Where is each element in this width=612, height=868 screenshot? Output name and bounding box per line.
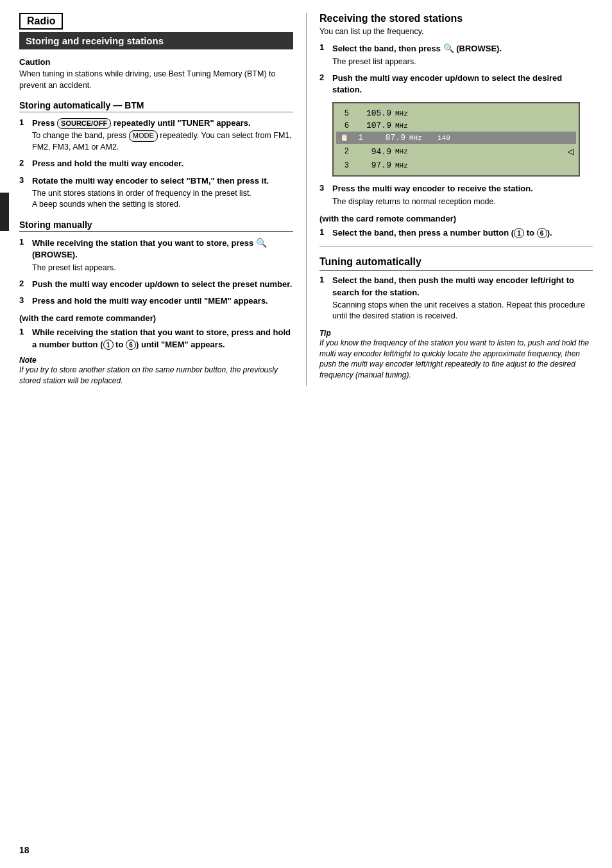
step-title: Push the multi way encoder up/down to se… xyxy=(32,279,293,290)
lcd-row-freq: 97.9 xyxy=(353,161,391,170)
lcd-row-num: 5 xyxy=(339,109,349,118)
list-item: 1 Select the band, then push the multi w… xyxy=(319,275,593,322)
list-item: 2 Press and hold the multi way encoder. xyxy=(19,158,293,169)
list-item: 3 Rotate the multi way encoder to select… xyxy=(19,175,293,211)
step-content: Press and hold the multi way encoder. xyxy=(32,158,293,169)
circle-6: 6 xyxy=(537,228,547,238)
lcd-row-num: 3 xyxy=(339,161,349,170)
storing-manually-section: Storing manually 1 While receiving the s… xyxy=(19,220,293,386)
radio-tag: Radio xyxy=(19,13,63,30)
step-title: Select the band, then press a number but… xyxy=(332,227,593,239)
step-number: 2 xyxy=(19,158,28,168)
list-item: 1 Select the band, then press a number b… xyxy=(319,227,593,239)
note-block: Note If you try to store another station… xyxy=(19,356,293,386)
caution-block: Caution When tuning in stations while dr… xyxy=(19,57,293,91)
step-title: Press SOURCE/OFF repeatedly until "TUNER… xyxy=(32,117,293,129)
receiving-steps-1: 1 Select the band, then press 🔍 (BROWSE)… xyxy=(319,42,593,96)
tip-label: Tip xyxy=(319,329,331,338)
source-off-key: SOURCE/OFF xyxy=(57,118,111,129)
lcd-row-5: 5 105.9 MHz xyxy=(339,107,574,119)
step-content: Press and hold the multi way encoder unt… xyxy=(32,295,293,307)
step-title: Select the band, then push the multi way… xyxy=(332,275,593,298)
black-tab xyxy=(0,193,9,231)
with-card-receiving-list: 1 Select the band, then press a number b… xyxy=(319,227,593,239)
with-card-title: (with the card remote commander) xyxy=(19,313,293,323)
step-title: Press and hold the multi way encoder. xyxy=(32,158,293,169)
lcd-row-num: 2 xyxy=(339,147,349,156)
step-content: Press the multi way encoder to receive t… xyxy=(332,183,593,207)
lcd-row-6: 6 107.9 MHz xyxy=(339,119,574,132)
step-detail: The unit stores stations in order of fre… xyxy=(32,188,293,211)
list-item: 3 Press the multi way encoder to receive… xyxy=(319,183,593,207)
step-number: 2 xyxy=(19,279,28,288)
tuning-auto-list: 1 Select the band, then push the multi w… xyxy=(319,275,593,322)
list-item: 2 Push the multi way encoder up/down to … xyxy=(19,279,293,290)
lcd-row-unit: MHz xyxy=(395,148,413,155)
divider xyxy=(319,247,593,247)
lcd-row-num: 6 xyxy=(339,121,349,130)
step-content: Push the multi way encoder up/down to se… xyxy=(32,279,293,290)
circle-1: 1 xyxy=(103,340,114,350)
lcd-row-unit: MHz xyxy=(395,110,413,117)
list-item: 1 While receiving the station that you w… xyxy=(19,237,293,273)
receiving-stored-section: Receiving the stored stations You can li… xyxy=(319,13,593,239)
step-number: 3 xyxy=(19,175,28,185)
step-detail: The preset list appears. xyxy=(32,263,293,274)
with-card-remote-subsection: (with the card remote commander) 1 While… xyxy=(19,313,293,350)
list-item: 1 Select the band, then press 🔍 (BROWSE)… xyxy=(319,42,593,67)
step-content: While receiving the station that you wan… xyxy=(32,237,293,273)
tuning-auto-title: Tuning automatically xyxy=(319,256,593,271)
step-detail: To change the band, press MODE repeatedl… xyxy=(32,130,293,153)
left-column: Radio Storing and receiving stations Cau… xyxy=(19,13,306,386)
lcd-row-3: 3 97.9 MHz xyxy=(339,159,574,171)
receiving-steps-2: 3 Press the multi way encoder to receive… xyxy=(319,183,593,207)
lcd-row-freq: 105.9 xyxy=(353,108,391,118)
receiving-stored-title: Receiving the stored stations xyxy=(319,13,593,24)
circle-6: 6 xyxy=(126,340,136,350)
section-header: Storing and receiving stations xyxy=(19,32,293,49)
step-content: Push the multi way encoder up/down to se… xyxy=(332,73,593,96)
storing-btm-section: Storing automatically — BTM 1 Press SOUR… xyxy=(19,100,293,211)
storing-btm-title: Storing automatically — BTM xyxy=(19,100,293,112)
with-card-remote-receiving: (with the card remote commander) 1 Selec… xyxy=(319,214,593,239)
step-title: While receiving the station that you wan… xyxy=(32,237,293,261)
list-item: 1 Press SOURCE/OFF repeatedly until "TUN… xyxy=(19,117,293,153)
storing-manually-title: Storing manually xyxy=(19,220,293,232)
page-number: 18 xyxy=(19,845,30,855)
two-col-layout: Radio Storing and receiving stations Cau… xyxy=(19,13,593,386)
receiving-stored-subtitle: You can list up the frequency. xyxy=(319,27,593,36)
step-title: Push the multi way encoder up/down to se… xyxy=(332,73,593,96)
note-text: If you try to store another station on t… xyxy=(19,365,278,385)
lcd-row-num: 📋 xyxy=(339,134,349,142)
lcd-display: 5 105.9 MHz 6 107.9 MHz 📋 1 87.9 MHz xyxy=(332,102,580,177)
lcd-row-freq: 87.9 xyxy=(367,133,405,143)
note-label: Note xyxy=(19,356,37,365)
step-title: Rotate the multi way encoder to select "… xyxy=(32,175,293,187)
step-number: 1 xyxy=(19,327,28,336)
storing-manually-list: 1 While receiving the station that you w… xyxy=(19,237,293,308)
step-detail: The display returns to normal reception … xyxy=(332,196,593,208)
step-content: While receiving the station that you wan… xyxy=(32,327,293,350)
step-number: 3 xyxy=(19,295,28,305)
lcd-row-2: 2 94.9 MHz ◁ xyxy=(339,144,574,159)
page: Radio Storing and receiving stations Cau… xyxy=(0,0,612,868)
step-content: Select the band, then press 🔍 (BROWSE). … xyxy=(332,42,593,67)
step-number: 1 xyxy=(319,227,328,237)
step-content: Press SOURCE/OFF repeatedly until "TUNER… xyxy=(32,117,293,153)
step-number: 3 xyxy=(319,183,328,193)
right-column: Receiving the stored stations You can li… xyxy=(306,13,593,386)
tuning-auto-section: Tuning automatically 1 Select the band, … xyxy=(319,256,593,381)
step-number: 1 xyxy=(319,42,328,52)
lcd-row-unit: MHz xyxy=(395,122,413,130)
tip-text: If you know the frequency of the station… xyxy=(319,338,589,379)
step-title: Press the multi way encoder to receive t… xyxy=(332,183,593,195)
with-card-list: 1 While receiving the station that you w… xyxy=(19,327,293,350)
step-content: Rotate the multi way encoder to select "… xyxy=(32,175,293,211)
lcd-row-freq: 94.9 xyxy=(353,147,391,157)
step-number: 1 xyxy=(19,237,28,247)
step-title: Press and hold the multi way encoder unt… xyxy=(32,295,293,307)
list-item: 2 Push the multi way encoder up/down to … xyxy=(319,73,593,96)
lcd-row-unit: MHz xyxy=(395,162,413,169)
step-number: 1 xyxy=(19,117,28,127)
step-title: Select the band, then press 🔍 (BROWSE). xyxy=(332,42,593,55)
